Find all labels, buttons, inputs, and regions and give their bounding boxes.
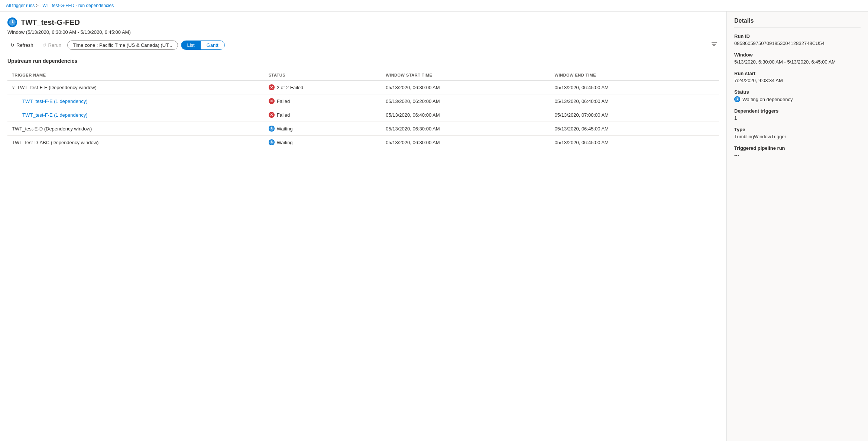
table-row: ∨TWT_test-F-E (Dependency window)✕2 of 2… [7,81,719,94]
window-start-cell: 05/13/2020, 06:30:00 AM [381,122,550,136]
breadcrumb: All trigger runs > TWT_test-G-FED - run … [0,0,868,12]
status-cell: Waiting [264,122,381,136]
trigger-name-text: TWT_test-F-E (Dependency window) [17,85,97,90]
refresh-button[interactable]: ↻ Refresh [7,41,36,49]
status-value: Waiting on dependency [742,97,793,102]
detail-triggered-pipeline: Triggered pipeline run --- [734,145,861,158]
window-label: Window [734,52,861,58]
refresh-icon: ↻ [10,42,14,48]
details-title: Details [734,17,861,28]
col-window-start: WINDOW START TIME [381,70,550,81]
window-end-cell: 05/13/2020, 06:45:00 AM [550,136,719,149]
status-text: Waiting [277,126,293,132]
breadcrumb-all-runs[interactable]: All trigger runs [6,3,35,8]
page-title: TWT_test-G-FED [21,18,80,27]
status-label: Status [734,89,861,95]
filter-icon [711,41,718,48]
status-text: 2 of 2 Failed [277,85,304,90]
type-label: Type [734,127,861,132]
col-status: STATUS [264,70,381,81]
detail-status: Status Waiting on dependency [734,89,861,102]
breadcrumb-separator: > [36,3,39,8]
filter-button[interactable] [709,39,719,51]
status-text: Waiting [277,140,293,145]
window-end-cell: 05/13/2020, 06:45:00 AM [550,81,719,94]
status-text: Failed [277,98,290,104]
triggered-pipeline-value: --- [734,152,861,158]
window-end-cell: 05/13/2020, 06:40:00 AM [550,94,719,108]
right-panel: Details Run ID 0858605975070918530041283… [727,12,868,441]
breadcrumb-current: TWT_test-G-FED - run dependencies [40,3,114,8]
waiting-icon [269,126,275,132]
page-header: TWT_test-G-FED [7,17,719,27]
run-id-value: 085860597507091853004128327​48CU54 [734,41,861,46]
status-cell: ✕2 of 2 Failed [264,81,381,94]
triggered-pipeline-label: Triggered pipeline run [734,145,861,151]
window-start-cell: 05/13/2020, 06:30:00 AM [381,81,550,94]
rerun-button[interactable]: ↺ Rerun [39,41,64,49]
left-panel: TWT_test-G-FED Window (5/13/2020, 6:30:0… [0,12,727,441]
window-value: 5/13/2020, 6:30:00 AM - 5/13/2020, 6:45:… [734,59,861,65]
trigger-name-cell: TWT_test-D-ABC (Dependency window) [7,136,264,149]
list-view-button[interactable]: List [181,41,201,49]
status-waiting-icon [734,96,740,102]
run-start-value: 7/24/2020, 9:03:34 AM [734,78,861,83]
section-title: Upstream run dependencies [7,58,719,64]
failed-icon: ✕ [269,112,275,118]
dependencies-table: TRIGGER NAME STATUS WINDOW START TIME WI… [7,70,719,149]
table-row: TWT_test-E-D (Dependency window)Waiting0… [7,122,719,136]
status-cell: ✕Failed [264,108,381,122]
main-container: TWT_test-G-FED Window (5/13/2020, 6:30:0… [0,12,868,441]
rerun-icon: ↺ [42,42,46,48]
failed-icon: ✕ [269,98,275,104]
trigger-name-text: TWT_test-D-ABC (Dependency window) [12,140,98,145]
failed-icon: ✕ [269,84,275,90]
detail-dependent-triggers: Dependent triggers 1 [734,108,861,121]
table-row: TWT_test-F-E (1 dependency)✕Failed05/13/… [7,94,719,108]
detail-run-id: Run ID 085860597507091853004128327​48CU5… [734,33,861,46]
status-cell: ✕Failed [264,94,381,108]
chevron-icon[interactable]: ∨ [12,85,15,90]
title-waiting-icon [7,17,17,27]
dependent-triggers-value: 1 [734,115,861,121]
window-start-cell: 05/13/2020, 06:30:00 AM [381,136,550,149]
view-toggle: List Gantt [181,41,225,50]
col-trigger-name: TRIGGER NAME [7,70,264,81]
gantt-view-button[interactable]: Gantt [201,41,224,49]
trigger-name-cell: TWT_test-F-E (1 dependency) [7,108,264,122]
window-end-cell: 05/13/2020, 06:45:00 AM [550,122,719,136]
col-window-end: WINDOW END TIME [550,70,719,81]
trigger-name-link[interactable]: TWT_test-F-E (1 dependency) [22,98,88,104]
trigger-name-cell: TWT_test-E-D (Dependency window) [7,122,264,136]
waiting-icon [269,139,275,145]
timezone-button[interactable]: Time zone : Pacific Time (US & Canada) (… [67,41,178,50]
type-value: TumblingWindowTrigger [734,134,861,139]
window-start-cell: 05/13/2020, 06:20:00 AM [381,94,550,108]
detail-run-start: Run start 7/24/2020, 9:03:34 AM [734,71,861,83]
window-info: Window (5/13/2020, 6:30:00 AM - 5/13/202… [7,29,719,35]
dependent-triggers-label: Dependent triggers [734,108,861,114]
detail-type: Type TumblingWindowTrigger [734,127,861,139]
status-text: Failed [277,112,290,118]
window-end-cell: 05/13/2020, 07:00:00 AM [550,108,719,122]
run-id-label: Run ID [734,33,861,39]
status-cell: Waiting [264,136,381,149]
toolbar: ↻ Refresh ↺ Rerun Time zone : Pacific Ti… [7,39,719,51]
trigger-name-cell: ∨TWT_test-F-E (Dependency window) [7,81,264,94]
run-start-label: Run start [734,71,861,76]
detail-window: Window 5/13/2020, 6:30:00 AM - 5/13/2020… [734,52,861,65]
table-row: TWT_test-D-ABC (Dependency window)Waitin… [7,136,719,149]
window-start-cell: 05/13/2020, 06:40:00 AM [381,108,550,122]
trigger-name-cell: TWT_test-F-E (1 dependency) [7,94,264,108]
table-header-row: TRIGGER NAME STATUS WINDOW START TIME WI… [7,70,719,81]
trigger-name-link[interactable]: TWT_test-F-E (1 dependency) [22,112,88,118]
trigger-name-text: TWT_test-E-D (Dependency window) [12,126,92,132]
table-row: TWT_test-F-E (1 dependency)✕Failed05/13/… [7,108,719,122]
status-value-container: Waiting on dependency [734,96,861,102]
